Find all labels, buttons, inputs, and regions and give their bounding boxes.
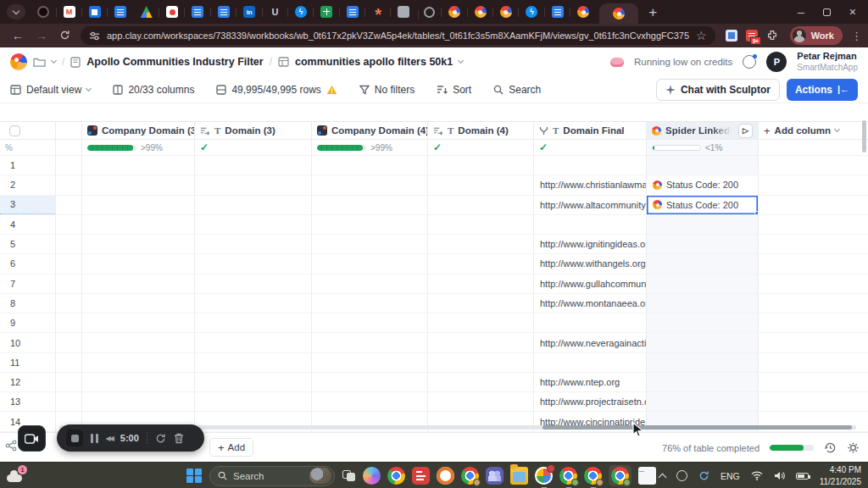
cell[interactable] (82, 215, 195, 234)
browser-menu-button[interactable]: ⋮ (851, 30, 862, 42)
folder-icon[interactable] (33, 57, 46, 67)
reload-button[interactable] (59, 30, 70, 42)
cell[interactable] (195, 254, 312, 273)
cell[interactable] (82, 294, 195, 313)
extension-blue-icon[interactable] (726, 30, 737, 42)
url-text[interactable]: app.clay.com/workspaces/738339/workbooks… (107, 30, 689, 41)
pause-button[interactable] (91, 434, 98, 443)
cell[interactable] (428, 294, 534, 313)
sheets-pinned-tab-icon[interactable] (320, 6, 332, 18)
bolt-pinned-tab-icon[interactable] (526, 6, 537, 18)
cell-domain-final[interactable]: http://www.ignitingideas.org (534, 235, 647, 253)
cell-spider[interactable] (647, 373, 759, 391)
columns-button[interactable]: 20/33 columns (113, 84, 194, 96)
stop-recording-button[interactable] (66, 430, 83, 446)
row-number[interactable]: 2 (0, 175, 56, 194)
cell[interactable] (195, 156, 312, 175)
docs-pinned-tab-icon[interactable] (218, 6, 230, 18)
claude-pinned-tab-icon[interactable] (372, 6, 384, 18)
tab-search-button[interactable] (7, 4, 25, 19)
cell-spider[interactable] (647, 235, 759, 253)
cell[interactable] (82, 196, 195, 214)
workbook-title[interactable]: Apollo Communities Industry Filter (86, 56, 263, 68)
cell[interactable] (195, 175, 312, 194)
extensions-puzzle-icon[interactable] (766, 30, 778, 42)
pie-chart-app-icon[interactable] (535, 467, 553, 485)
row-number[interactable]: 1 (0, 156, 56, 175)
orange-ring-app-icon[interactable] (437, 467, 454, 485)
window-minimize-button[interactable]: – (798, 6, 804, 18)
search-button[interactable]: Search (493, 84, 541, 96)
chrome-profile-app-icon[interactable] (461, 467, 479, 485)
clay-pinned-tab-icon[interactable] (448, 6, 460, 18)
extension-red-icon[interactable]: 9+ (746, 30, 758, 42)
cell[interactable] (428, 392, 534, 411)
select-all-checkbox[interactable] (9, 125, 20, 136)
cell[interactable] (82, 353, 195, 372)
cell[interactable] (428, 175, 534, 194)
cell[interactable] (428, 274, 534, 293)
cell[interactable] (428, 254, 534, 273)
wifi-icon[interactable] (751, 471, 763, 480)
bolt-pinned-tab-icon[interactable] (295, 6, 307, 18)
tray-expand-icon[interactable] (658, 473, 666, 481)
red-app-icon[interactable] (412, 467, 430, 485)
history-icon[interactable] (824, 441, 837, 454)
new-tab-button[interactable]: + (648, 5, 657, 19)
cell-spider[interactable] (647, 333, 759, 352)
column-header-spider-linkedin-scrap[interactable]: Spider Linkedin Scrap ▷ (647, 122, 759, 139)
obs-tray-icon[interactable] (676, 470, 687, 481)
cell[interactable] (428, 373, 534, 391)
linkedin-pinned-tab-icon[interactable] (243, 6, 255, 18)
rows-button[interactable]: 49,995/49,995 rows (216, 84, 337, 96)
cell[interactable] (82, 175, 195, 194)
horizontal-scrollbar-thumb[interactable] (542, 425, 852, 430)
filters-button[interactable]: No filters (359, 84, 415, 96)
cell[interactable] (312, 373, 428, 391)
cell[interactable] (82, 156, 195, 175)
share-icon[interactable] (5, 440, 17, 455)
cell[interactable] (428, 313, 534, 332)
help-icon[interactable] (743, 55, 756, 69)
cell[interactable] (312, 196, 428, 214)
cell[interactable] (312, 215, 428, 234)
notes-pinned-tab-icon[interactable] (398, 6, 409, 18)
cell[interactable] (195, 235, 312, 253)
percent-toggle[interactable]: % (0, 140, 56, 155)
user-avatar[interactable]: P (766, 52, 787, 72)
rewind-icon[interactable]: ◀◀ (106, 435, 113, 442)
quality-domain-4[interactable]: ✓ (428, 140, 534, 155)
cell[interactable] (82, 235, 195, 253)
docs-pinned-tab-icon[interactable] (347, 6, 359, 18)
chrome-app-icon[interactable] (387, 467, 405, 485)
sort-button[interactable]: Sort (437, 84, 471, 96)
cell-domain-final[interactable]: http://www.ntep.org (534, 373, 647, 391)
column-header-domain-3[interactable]: TDomain (3) (195, 122, 312, 139)
actions-button[interactable]: Actions |← (787, 79, 858, 101)
cell-domain-final[interactable] (534, 215, 647, 234)
address-bar[interactable]: app.clay.com/workspaces/738339/workbooks… (81, 26, 715, 45)
quality-domain-3[interactable]: ✓ (195, 140, 312, 155)
clay-logo[interactable] (10, 53, 27, 70)
cell[interactable] (82, 373, 195, 391)
delete-recording-icon[interactable] (174, 433, 184, 444)
cell-domain-final[interactable] (534, 313, 647, 332)
cell[interactable] (195, 392, 312, 411)
add-column-button[interactable]: +Add column (759, 122, 868, 139)
cell[interactable] (312, 333, 428, 352)
row-number[interactable]: 9 (0, 313, 56, 332)
cell[interactable] (195, 215, 312, 234)
cell-spider[interactable] (647, 313, 759, 332)
chevron-down-icon[interactable] (458, 58, 464, 64)
window-maximize-button[interactable] (823, 8, 831, 16)
file-explorer-icon[interactable] (510, 467, 528, 485)
gmail-pinned-tab-icon[interactable] (64, 6, 75, 18)
contacts-app-icon[interactable] (486, 467, 504, 485)
cell[interactable] (195, 294, 312, 313)
column-header-domain-final[interactable]: TDomain Final (534, 122, 647, 139)
table-title[interactable]: communities apollo filters 50k1 (295, 56, 453, 68)
cell-domain-final[interactable]: http://www.montanaeea.org (534, 294, 647, 313)
chrome-window-icon[interactable] (584, 467, 602, 485)
cell[interactable] (312, 254, 428, 273)
forward-button[interactable]: → (36, 30, 47, 42)
